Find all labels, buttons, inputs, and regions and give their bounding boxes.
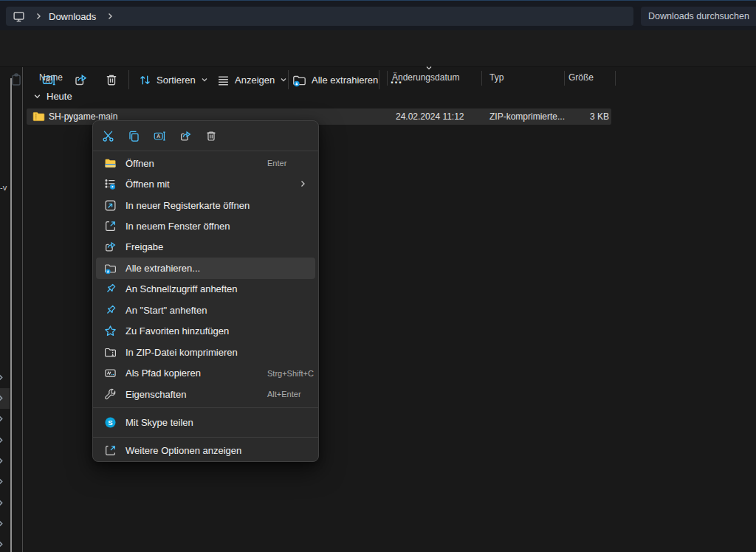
view-list-icon [217, 74, 230, 86]
share-button[interactable] [70, 69, 91, 90]
nav-scrollbar[interactable] [10, 78, 12, 552]
sort-icon [139, 74, 151, 86]
pin-icon [104, 304, 117, 317]
column-separator[interactable] [481, 71, 482, 86]
menu-item-share[interactable]: Freigabe [96, 237, 315, 258]
wrench-icon [104, 388, 117, 401]
trash-icon [105, 73, 118, 86]
command-toolbar: A [0, 30, 756, 67]
group-header-today[interactable]: Heute [28, 91, 72, 102]
context-menu-quick-actions: A [93, 121, 318, 151]
share-button[interactable] [175, 126, 196, 145]
menu-item-open-with[interactable]: Öffnen mit [96, 173, 315, 194]
pane-splitter[interactable] [22, 67, 23, 552]
view-label: Anzeigen [235, 75, 275, 86]
chevron-down-icon [201, 76, 208, 83]
breadcrumb-chevron-icon[interactable] [35, 13, 42, 20]
copy-button[interactable] [123, 126, 144, 145]
chevron-down-icon [280, 76, 287, 83]
menu-divider [93, 437, 318, 438]
tree-expand-chevron-icon[interactable] [0, 394, 4, 402]
tree-expand-chevron-icon[interactable] [0, 477, 4, 486]
share-icon [74, 73, 88, 87]
breadcrumb-chevron-icon[interactable] [106, 13, 114, 20]
context-menu: A [92, 120, 319, 462]
skype-icon: S [104, 416, 117, 429]
show-more-icon [104, 444, 117, 457]
extract-all-label: Alle extrahieren [312, 75, 378, 86]
nav-item-fragment: -v [0, 183, 7, 192]
shortcut-label: Strg+Shift+C [267, 369, 314, 378]
menu-item-open-new-window[interactable]: In neuem Fenster öffnen [96, 215, 315, 236]
open-with-icon [104, 178, 117, 190]
tree-expand-chevron-icon[interactable] [0, 520, 4, 528]
zip-compress-icon [104, 346, 117, 359]
paste-button[interactable] [6, 69, 27, 90]
copy-path-icon [104, 367, 117, 379]
menu-item-add-favorites[interactable]: Zu Favoriten hinzufügen [96, 321, 315, 342]
menu-item-extract-all[interactable]: Alle extrahieren... [96, 258, 315, 278]
file-explorer-window: Downloads Downloads durchsuchen [0, 0, 756, 552]
cut-button[interactable] [97, 126, 118, 145]
tree-expand-chevron-icon[interactable] [0, 415, 4, 423]
toolbar-separator [288, 70, 289, 89]
share-icon [104, 241, 117, 253]
svg-text:A: A [157, 134, 160, 139]
extract-folder-icon [104, 262, 117, 275]
pin-icon [104, 283, 117, 295]
title-address-bar: Downloads Downloads durchsuchen [0, 0, 756, 30]
menu-item-pin-start[interactable]: An "Start" anheften [96, 300, 315, 320]
column-separator[interactable] [387, 71, 388, 86]
shortcut-label: Alt+Enter [267, 390, 301, 399]
svg-text:S: S [108, 418, 112, 427]
group-collapse-chevron-icon[interactable] [33, 92, 41, 100]
this-pc-icon [13, 10, 25, 23]
open-folder-icon [104, 157, 117, 170]
column-header-date[interactable]: Änderungsdatum [392, 72, 459, 83]
new-tab-icon [104, 199, 117, 212]
tree-expand-chevron-icon[interactable] [0, 373, 4, 382]
menu-item-share-skype[interactable]: S Mit Skype teilen [96, 411, 315, 434]
menu-item-open-new-tab[interactable]: In neuer Registerkarte öffnen [96, 195, 315, 215]
menu-item-copy-as-path[interactable]: Als Pfad kopieren Strg+Shift+C [96, 362, 315, 383]
column-header-size[interactable]: Größe [568, 72, 594, 83]
shortcut-label: Enter [267, 159, 286, 168]
menu-divider [93, 407, 318, 408]
menu-item-open[interactable]: Öffnen Enter [96, 153, 315, 173]
tree-expand-chevron-icon[interactable] [0, 436, 4, 444]
column-header-name[interactable]: Name [39, 72, 63, 83]
rename-button[interactable]: A [149, 126, 170, 145]
address-bar[interactable]: Downloads [6, 7, 633, 26]
tree-expand-chevron-icon[interactable] [0, 540, 4, 548]
breadcrumb-downloads[interactable]: Downloads [49, 11, 96, 22]
sort-button[interactable]: Sortieren [139, 69, 208, 90]
toolbar-separator [379, 70, 379, 89]
star-icon [104, 325, 117, 337]
menu-item-properties[interactable]: Eigenschaften Alt+Enter [96, 384, 315, 404]
file-size: 3 KB [543, 111, 609, 122]
tree-expand-chevron-icon[interactable] [0, 457, 4, 465]
column-separator[interactable] [615, 71, 616, 86]
new-window-icon [104, 220, 117, 232]
sort-label: Sortieren [157, 75, 196, 86]
view-button[interactable]: Anzeigen [217, 69, 287, 90]
column-separator[interactable] [564, 71, 565, 86]
extract-folder-icon [292, 73, 306, 87]
extract-all-button[interactable]: Alle extrahieren [292, 69, 383, 90]
delete-button[interactable] [101, 69, 122, 90]
menu-item-compress-zip[interactable]: In ZIP-Datei komprimieren [96, 342, 315, 362]
tree-expand-chevron-icon[interactable] [0, 499, 4, 507]
delete-button[interactable] [201, 126, 221, 145]
sort-direction-chevron-icon [425, 65, 433, 71]
toolbar-separator [128, 70, 129, 89]
submenu-chevron-icon [299, 180, 306, 187]
search-input[interactable]: Downloads durchsuchen [641, 7, 756, 26]
menu-item-pin-quick-access[interactable]: An Schnellzugriff anheften [96, 279, 315, 300]
menu-item-show-more-options[interactable]: Weitere Optionen anzeigen [96, 440, 315, 461]
zip-folder-icon [32, 111, 45, 123]
search-placeholder: Downloads durchsuchen [648, 11, 749, 21]
column-header-type[interactable]: Typ [489, 72, 504, 83]
group-label: Heute [47, 91, 72, 102]
file-date: 24.02.2024 11:12 [396, 111, 464, 122]
